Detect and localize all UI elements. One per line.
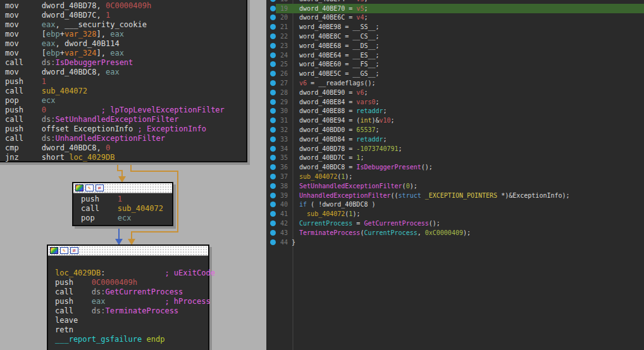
asm-line[interactable] bbox=[55, 259, 208, 269]
breakpoint-dot-icon[interactable] bbox=[270, 99, 276, 105]
pseudocode-text[interactable]: word_40BE98 = __SS__; bbox=[292, 23, 380, 30]
breakpoint-dot-icon[interactable] bbox=[270, 146, 276, 152]
asm-line[interactable]: push eax ; hProcess bbox=[55, 297, 208, 306]
breakpoint-dot-icon[interactable] bbox=[270, 202, 276, 207]
asm-line[interactable]: loc_4029DB: ; uExitCode bbox=[55, 269, 208, 278]
pseudocode-text[interactable]: if ( !dword_40BDC8 ) bbox=[292, 201, 375, 208]
pseudocode-line[interactable]: 28 dword_40BE90 = v6; bbox=[266, 88, 644, 97]
pseudocode-text[interactable]: v6 = __readeflags(); bbox=[292, 80, 375, 87]
breakpoint-dot-icon[interactable] bbox=[270, 33, 276, 39]
basic-block-middle[interactable]: ✎ ⇄ push 1call sub_404072pop ecx bbox=[72, 182, 173, 226]
pseudocode-text[interactable]: UnhandledExceptionFilter((struct _EXCEPT… bbox=[292, 192, 570, 199]
breakpoint-dot-icon[interactable] bbox=[270, 24, 276, 30]
pseudocode-line[interactable]: 29 dword_40BE84 = vars0; bbox=[266, 97, 644, 107]
pseudocode-line[interactable]: 37 sub_404072(1); bbox=[266, 172, 644, 181]
pseudocode-text[interactable]: SetUnhandledExceptionFilter(0); bbox=[292, 183, 418, 190]
breakpoint-dot-icon[interactable] bbox=[270, 155, 276, 160]
pseudocode-text[interactable]: CurrentProcess = GetCurrentProcess(); bbox=[292, 220, 440, 227]
breakpoint-dot-icon[interactable] bbox=[270, 43, 276, 49]
pseudocode-line[interactable]: 23 word_40BE68 = __DS__; bbox=[266, 41, 644, 51]
pseudocode-line[interactable]: 19 dword_40BE70 = v5; bbox=[266, 4, 644, 13]
asm-line[interactable]: cmp dword_40BDC8, 0 bbox=[5, 143, 246, 153]
asm-line[interactable]: push 0 ; lpTopLevelExceptionFilter bbox=[5, 106, 246, 115]
edit-node-icon[interactable]: ✎ bbox=[85, 184, 94, 191]
asm-line[interactable]: call ds:GetCurrentProcess bbox=[55, 287, 208, 297]
pseudocode-line[interactable]: 24 word_40BE64 = __ES__; bbox=[266, 51, 644, 60]
pseudocode-text[interactable]: dword_40BD78 = -1073740791; bbox=[292, 145, 402, 152]
breakpoint-dot-icon[interactable] bbox=[270, 239, 276, 245]
breakpoint-dot-icon[interactable] bbox=[270, 174, 276, 179]
breakpoint-dot-icon[interactable] bbox=[270, 15, 276, 20]
breakpoint-dot-icon[interactable] bbox=[270, 164, 276, 170]
asm-line[interactable]: call ds:UnhandledExceptionFilter bbox=[5, 134, 246, 143]
pseudocode-text[interactable]: } bbox=[292, 239, 295, 246]
pseudocode-text[interactable]: word_40BE5C = __GS__; bbox=[292, 70, 380, 77]
asm-line[interactable]: call ds:SetUnhandledExceptionFilter bbox=[5, 115, 246, 124]
asm-line[interactable]: call sub_404072 bbox=[81, 204, 172, 214]
graph-view[interactable]: mov dword_40BD78, 0C0000409hmov dword_40… bbox=[0, 0, 266, 350]
pseudocode-text[interactable]: dword_40BE84 = vars0; bbox=[292, 99, 380, 106]
node-color-palette-icon[interactable] bbox=[75, 184, 84, 191]
pseudocode-text[interactable]: sub_404072(1); bbox=[292, 210, 360, 217]
pseudocode-text[interactable]: dword_40BDD0 = 65537; bbox=[292, 126, 380, 133]
group-node-icon[interactable]: ⇄ bbox=[96, 184, 104, 191]
pseudocode-view[interactable]: 18 dword_40BE74 = v3;19 dword_40BE70 = v… bbox=[266, 0, 644, 350]
pseudocode-text[interactable]: dword_40BD7C = 1; bbox=[292, 154, 364, 161]
asm-line[interactable]: ___report_gsfailure endp bbox=[55, 335, 208, 344]
pseudocode-line[interactable]: 30 dword_40BE88 = retaddr; bbox=[266, 107, 644, 116]
asm-line[interactable]: call ds:IsDebuggerPresent bbox=[5, 58, 246, 68]
asm-line[interactable]: mov [ebp+var_324], eax bbox=[5, 49, 246, 58]
asm-line[interactable]: push offset ExceptionInfo ; ExceptionInf… bbox=[5, 124, 246, 134]
asm-line[interactable]: leave bbox=[55, 316, 208, 325]
asm-line[interactable]: push 0C0000409h bbox=[55, 278, 208, 287]
asm-line[interactable]: mov dword_40BD78, 0C0000409h bbox=[5, 1, 246, 11]
pseudocode-line[interactable]: 34 dword_40BD78 = -1073740791; bbox=[266, 144, 644, 154]
breakpoint-dot-icon[interactable] bbox=[270, 6, 276, 11]
pseudocode-line[interactable]: 35 dword_40BD7C = 1; bbox=[266, 154, 644, 163]
breakpoint-dot-icon[interactable] bbox=[270, 127, 276, 133]
breakpoint-dot-icon[interactable] bbox=[270, 211, 276, 217]
breakpoint-dot-icon[interactable] bbox=[270, 52, 276, 58]
asm-line[interactable]: mov eax, dword_40B114 bbox=[5, 39, 246, 49]
asm-line[interactable]: jnz short loc_4029DB bbox=[5, 153, 246, 162]
pseudocode-line[interactable]: 38 SetUnhandledExceptionFilter(0); bbox=[266, 181, 644, 191]
edit-node-icon[interactable]: ✎ bbox=[60, 247, 68, 254]
asm-line[interactable]: mov [ebp+var_328], eax bbox=[5, 30, 246, 39]
pseudocode-text[interactable]: sub_404072(1); bbox=[292, 173, 352, 180]
breakpoint-dot-icon[interactable] bbox=[270, 183, 276, 189]
pseudocode-text[interactable]: TerminateProcess(CurrentProcess, 0xC0000… bbox=[292, 229, 471, 236]
pseudocode-text[interactable]: dword_40BE88 = retaddr; bbox=[292, 107, 387, 114]
breakpoint-dot-icon[interactable] bbox=[270, 108, 276, 114]
pseudocode-line[interactable]: 32 dword_40BDD0 = 65537; bbox=[266, 125, 644, 135]
breakpoint-dot-icon[interactable] bbox=[270, 220, 276, 226]
asm-line[interactable]: push 1 bbox=[5, 77, 246, 87]
pseudocode-line[interactable]: 22 word_40BE8C = __CS__; bbox=[266, 32, 644, 41]
pseudocode-line[interactable]: 27 v6 = __readeflags(); bbox=[266, 78, 644, 88]
pseudocode-line[interactable]: 20 dword_40BE6C = v4; bbox=[266, 13, 644, 23]
breakpoint-dot-icon[interactable] bbox=[270, 61, 276, 67]
pseudocode-line[interactable]: 40 if ( !dword_40BDC8 ) bbox=[266, 200, 644, 210]
breakpoint-dot-icon[interactable] bbox=[270, 230, 276, 236]
pseudocode-line[interactable]: 39 UnhandledExceptionFilter((struct _EXC… bbox=[266, 191, 644, 200]
breakpoint-dot-icon[interactable] bbox=[270, 136, 276, 142]
pseudocode-line[interactable]: 25 word_40BE60 = __FS__; bbox=[266, 60, 644, 69]
pseudocode-text[interactable]: dword_40BE6C = v4; bbox=[292, 14, 368, 21]
breakpoint-dot-icon[interactable] bbox=[270, 80, 276, 86]
asm-line[interactable]: call sub_404072 bbox=[5, 87, 246, 96]
pseudocode-line[interactable]: 41 sub_404072(1); bbox=[266, 209, 644, 219]
asm-line[interactable]: mov dword_40BDC8, eax bbox=[5, 68, 246, 77]
asm-line[interactable]: pop ecx bbox=[81, 214, 172, 223]
pseudocode-line[interactable]: 42 CurrentProcess = GetCurrentProcess(); bbox=[266, 219, 644, 228]
pseudocode-line[interactable]: 43 TerminateProcess(CurrentProcess, 0xC0… bbox=[266, 228, 644, 238]
asm-line[interactable]: mov dword_40BD7C, 1 bbox=[5, 11, 246, 20]
asm-line[interactable]: call ds:TerminateProcess bbox=[55, 306, 208, 316]
node-color-palette-icon[interactable] bbox=[50, 247, 58, 254]
asm-line[interactable]: retn bbox=[55, 325, 208, 335]
breakpoint-dot-icon[interactable] bbox=[270, 118, 276, 123]
pseudocode-text[interactable]: dword_40BE74 = v3; bbox=[292, 0, 368, 3]
pseudocode-text[interactable]: word_40BE60 = __FS__; bbox=[292, 61, 380, 68]
basic-block-exit[interactable]: ✎ ⇄ loc_4029DB: ; uExitCodepush 0C000040… bbox=[47, 244, 209, 350]
pseudocode-text[interactable]: word_40BE64 = __ES__; bbox=[292, 52, 380, 59]
pseudocode-text[interactable]: dword_40BE90 = v6; bbox=[292, 89, 368, 96]
pseudocode-line[interactable]: 21 word_40BE98 = __SS__; bbox=[266, 22, 644, 32]
